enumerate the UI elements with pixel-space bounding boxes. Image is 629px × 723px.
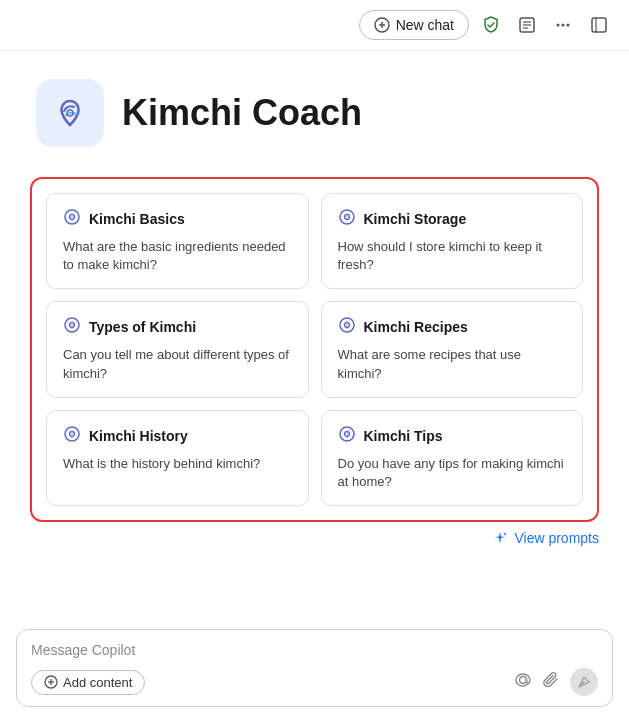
prompt-card-header: Kimchi Recipes: [338, 316, 567, 338]
app-header: Kimchi Coach: [0, 51, 629, 167]
mention-icon[interactable]: [514, 671, 532, 694]
prompt-card-icon: [338, 208, 356, 230]
sidebar-toggle-icon[interactable]: [585, 11, 613, 39]
prompt-card-title: Kimchi History: [89, 428, 188, 444]
new-chat-label: New chat: [396, 17, 454, 33]
add-content-icon: [44, 675, 58, 689]
prompt-card-icon: [63, 316, 81, 338]
view-prompts-button[interactable]: View prompts: [492, 530, 599, 546]
send-button[interactable]: [570, 668, 598, 696]
view-prompts-label: View prompts: [514, 530, 599, 546]
add-content-button[interactable]: Add content: [31, 670, 145, 695]
prompt-card[interactable]: Types of Kimchi Can you tell me about di…: [46, 301, 309, 397]
prompt-card-header: Types of Kimchi: [63, 316, 292, 338]
svg-point-8: [562, 24, 565, 27]
app-logo-icon: [50, 93, 90, 133]
prompt-grid: Kimchi Basics What are the basic ingredi…: [30, 177, 599, 522]
prompt-card-header: Kimchi Storage: [338, 208, 567, 230]
prompt-card-title: Kimchi Storage: [364, 211, 467, 227]
svg-point-28: [520, 676, 527, 683]
message-placeholder[interactable]: Message Copilot: [31, 642, 598, 658]
svg-point-7: [557, 24, 560, 27]
prompt-card-icon: [338, 316, 356, 338]
message-input-footer: Add content: [31, 668, 598, 696]
prompt-card-header: Kimchi Tips: [338, 425, 567, 447]
prompt-card-text: Do you have any tips for making kimchi a…: [338, 455, 567, 491]
svg-point-9: [567, 24, 570, 27]
topbar: New chat: [0, 0, 629, 51]
svg-rect-10: [592, 18, 606, 32]
attach-icon[interactable]: [542, 671, 560, 694]
prompt-grid-wrapper: Kimchi Basics What are the basic ingredi…: [0, 167, 629, 522]
prompt-card[interactable]: Kimchi History What is the history behin…: [46, 410, 309, 506]
add-content-label: Add content: [63, 675, 132, 690]
prompt-card-icon: [63, 425, 81, 447]
message-input-area: Message Copilot Add content: [16, 629, 613, 707]
input-actions: [514, 668, 598, 696]
new-chat-icon: [374, 17, 390, 33]
prompt-card-text: What are the basic ingredients needed to…: [63, 238, 292, 274]
prompt-card-title: Types of Kimchi: [89, 319, 196, 335]
prompt-card[interactable]: Kimchi Recipes What are some recipes tha…: [321, 301, 584, 397]
prompt-card[interactable]: Kimchi Storage How should I store kimchi…: [321, 193, 584, 289]
more-options-icon[interactable]: [549, 11, 577, 39]
prompt-card-title: Kimchi Basics: [89, 211, 185, 227]
prompt-card-text: Can you tell me about different types of…: [63, 346, 292, 382]
prompt-card-title: Kimchi Tips: [364, 428, 443, 444]
notes-icon[interactable]: [513, 11, 541, 39]
page-title: Kimchi Coach: [122, 92, 362, 134]
prompt-card[interactable]: Kimchi Tips Do you have any tips for mak…: [321, 410, 584, 506]
prompt-card-text: How should I store kimchi to keep it fre…: [338, 238, 567, 274]
view-prompts-row: View prompts: [0, 522, 629, 546]
prompt-card-icon: [63, 208, 81, 230]
prompt-card-text: What is the history behind kimchi?: [63, 455, 292, 473]
prompt-card-text: What are some recipes that use kimchi?: [338, 346, 567, 382]
send-icon: [577, 675, 591, 689]
shield-check-icon[interactable]: [477, 11, 505, 39]
app-logo: [36, 79, 104, 147]
new-chat-button[interactable]: New chat: [359, 10, 469, 40]
prompt-card-title: Kimchi Recipes: [364, 319, 468, 335]
prompt-card-icon: [338, 425, 356, 447]
sparkle-icon: [492, 530, 508, 546]
prompt-card[interactable]: Kimchi Basics What are the basic ingredi…: [46, 193, 309, 289]
prompt-card-header: Kimchi History: [63, 425, 292, 447]
prompt-card-header: Kimchi Basics: [63, 208, 292, 230]
